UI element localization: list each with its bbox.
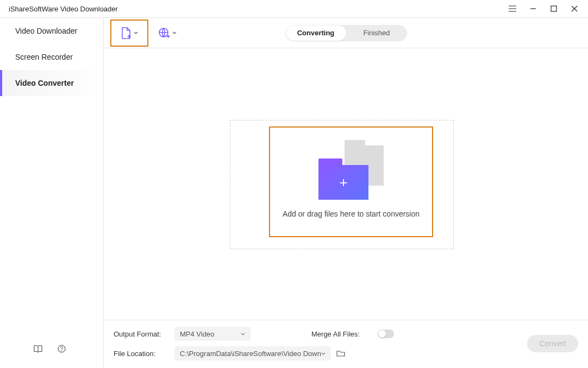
file-location-row: C:\ProgramData\iShareSoftware\Video Down [174,346,410,360]
output-format-value: MP4 Video [180,330,214,338]
file-location-select[interactable]: C:\ProgramData\iShareSoftware\Video Down [174,346,331,360]
merge-label: Merge All Files: [311,330,371,338]
chevron-down-icon [321,352,326,355]
chevron-down-icon [172,31,177,34]
canvas: + Add or drag files here to start conver… [104,48,588,320]
menu-icon[interactable] [508,4,517,14]
plus-icon: + [339,174,347,191]
sidebar-item-label: Video Downloader [15,27,77,35]
open-folder-icon[interactable] [336,350,345,357]
chevron-down-icon [134,31,138,34]
chevron-down-icon [241,333,245,335]
sidebar-items: Video Downloader Screen Recorder Video C… [0,18,103,345]
sidebar-item-screen-recorder[interactable]: Screen Recorder [0,44,103,70]
convert-button[interactable]: Convert [527,335,578,352]
convert-label: Convert [539,339,566,348]
sidebar-item-video-downloader[interactable]: Video Downloader [0,18,103,44]
output-format-label: Output Format: [114,330,168,338]
app-body: Video Downloader Screen Recorder Video C… [0,18,588,368]
main-panel: Converting Finished + Add or drag files … [103,18,588,368]
file-location-label: File Location: [114,350,168,358]
tab-label: Finished [363,29,390,37]
add-file-button[interactable] [110,20,148,47]
sidebar: Video Downloader Screen Recorder Video C… [0,18,103,368]
maximize-icon[interactable] [549,4,559,14]
dropzone-highlight[interactable]: + Add or drag files here to start conver… [269,126,433,237]
sidebar-item-label: Screen Recorder [15,53,73,61]
titlebar: iShareSoftWare Video Downloader [0,0,588,17]
dropzone-text: Add or drag files here to start conversi… [283,210,420,218]
output-format-select[interactable]: MP4 Video [174,327,251,341]
tab-label: Converting [297,29,335,37]
footer-bar: Output Format: MP4 Video Merge All Files… [104,320,588,368]
book-icon[interactable] [34,345,42,353]
close-icon[interactable] [570,4,579,14]
folder-front-icon: + [318,165,368,200]
toolbar: Converting Finished [104,18,588,48]
merge-toggle[interactable] [378,329,394,338]
tab-converting[interactable]: Converting [286,26,346,41]
tab-finished[interactable]: Finished [347,25,407,41]
sidebar-item-video-converter[interactable]: Video Converter [0,70,103,96]
svg-rect-0 [551,6,556,11]
window-controls [508,4,579,14]
sidebar-item-label: Video Converter [15,79,74,87]
minimize-icon[interactable] [528,4,538,14]
tabs: Converting Finished [285,25,407,41]
folder-icon: + [318,145,384,200]
file-location-value: C:\ProgramData\iShareSoftware\Video Down [180,350,321,358]
add-url-button[interactable] [148,20,186,47]
sidebar-footer [0,345,103,368]
app-title: iShareSoftWare Video Downloader [9,5,508,13]
help-icon[interactable] [58,345,66,353]
